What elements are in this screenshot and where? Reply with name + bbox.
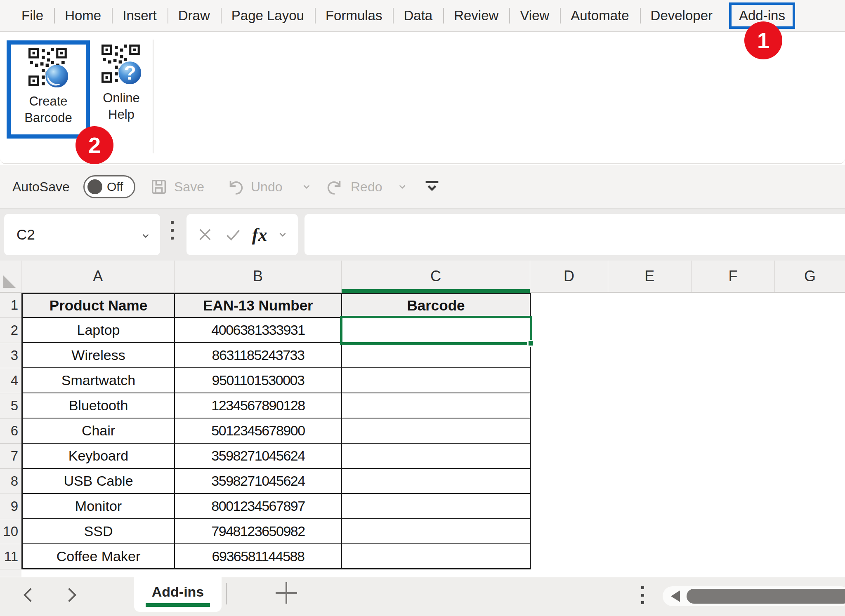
product-cell[interactable]: Laptop [21, 318, 175, 343]
tab-developer[interactable]: Developer [640, 0, 723, 32]
scroll-left-arrow-icon[interactable] [671, 590, 680, 602]
sheet-options-dots-icon[interactable] [641, 586, 644, 604]
selected-column-underline [342, 289, 530, 293]
row-header-9[interactable]: 9 [0, 494, 21, 519]
tab-draw[interactable]: Draw [168, 0, 221, 32]
name-box[interactable]: C2 [4, 214, 160, 255]
column-header-c[interactable]: C [342, 261, 530, 292]
undo-button[interactable] [226, 165, 245, 209]
row-header-11[interactable]: 11 [0, 544, 21, 569]
header-cell-barcode[interactable]: Barcode [342, 293, 531, 318]
redo-button[interactable] [325, 165, 344, 209]
select-all-corner[interactable] [0, 261, 21, 292]
barcode-cell[interactable] [342, 444, 531, 469]
ribbon-group-separator [153, 40, 153, 153]
row-header-1[interactable]: 1 [0, 293, 21, 318]
column-header-row: A B C D E F G [0, 261, 845, 293]
row-header-6[interactable]: 6 [0, 419, 21, 444]
row-header-4[interactable]: 4 [0, 368, 21, 393]
sheet-nav-left-icon[interactable] [24, 588, 38, 602]
ean-cell[interactable]: 4006381333931 [175, 318, 342, 343]
online-help-button[interactable]: ? Online Help [94, 45, 149, 135]
tab-data[interactable]: Data [393, 0, 443, 32]
ean-cell[interactable]: 3598271045624 [175, 444, 342, 469]
save-label: Save [174, 165, 204, 209]
scrollbar-thumb[interactable] [687, 589, 845, 604]
annotation-step-1-badge: 1 [744, 21, 782, 59]
product-cell[interactable]: USB Cable [21, 469, 175, 494]
ean-cell[interactable]: 5012345678900 [175, 419, 342, 444]
barcode-cell[interactable] [342, 419, 531, 444]
barcode-cell[interactable] [342, 494, 531, 519]
tab-file[interactable]: File [11, 0, 54, 32]
formula-bar-drag-dots-icon[interactable] [171, 221, 174, 240]
column-header-f[interactable]: F [692, 261, 775, 292]
annotation-step-2-badge: 2 [76, 126, 113, 164]
product-cell[interactable]: Bluetooth [21, 393, 175, 419]
active-sheet-underline [146, 603, 210, 607]
ean-cell[interactable]: 7948123650982 [175, 519, 342, 544]
tab-view[interactable]: View [509, 0, 560, 32]
column-header-a[interactable]: A [21, 261, 175, 292]
fx-chevron-icon[interactable] [277, 229, 288, 240]
ean-cell[interactable]: 1234567890128 [175, 393, 342, 419]
sheet-nav-right-icon[interactable] [62, 588, 76, 602]
name-box-chevron-icon[interactable] [140, 230, 151, 241]
cancel-icon[interactable] [196, 226, 214, 243]
barcode-cell[interactable] [342, 318, 531, 343]
enter-check-icon[interactable] [224, 226, 242, 244]
ean-cell[interactable]: 9501101530003 [175, 368, 342, 393]
tab-page-layout[interactable]: Page Layou [221, 0, 315, 32]
column-header-b[interactable]: B [175, 261, 341, 292]
create-barcode-button[interactable]: Create Barcode [7, 40, 90, 139]
add-sheet-plus-icon[interactable] [276, 582, 297, 604]
table-row: 8 USB Cable 3598271045624 [0, 469, 845, 494]
barcode-cell[interactable] [342, 469, 531, 494]
barcode-cell[interactable] [342, 544, 531, 569]
row-header-2[interactable]: 2 [0, 318, 21, 343]
tab-review[interactable]: Review [443, 0, 509, 32]
row-header-12[interactable]: 12 [0, 569, 21, 577]
sheet-tab-add-ins[interactable]: Add-ins [134, 577, 222, 612]
undo-dropdown-chevron-icon[interactable] [301, 165, 312, 209]
barcode-cell[interactable] [342, 368, 531, 393]
column-header-e[interactable]: E [608, 261, 692, 292]
header-cell-ean[interactable]: EAN-13 Number [175, 293, 342, 318]
redo-dropdown-chevron-icon[interactable] [397, 165, 408, 209]
ean-cell[interactable]: 8631185243733 [175, 343, 342, 368]
insert-function-fx-icon[interactable]: fx [252, 224, 267, 245]
row-header-10[interactable]: 10 [0, 519, 21, 544]
tab-home[interactable]: Home [54, 0, 112, 32]
save-button[interactable] [149, 165, 168, 209]
row-header-5[interactable]: 5 [0, 393, 21, 419]
create-barcode-label-line1: Create [29, 93, 67, 110]
column-header-g[interactable]: G [775, 261, 845, 292]
undo-label: Undo [251, 165, 283, 209]
row-header-8[interactable]: 8 [0, 469, 21, 494]
barcode-cell[interactable] [342, 393, 531, 419]
product-cell[interactable]: Coffee Maker [21, 544, 175, 569]
tab-insert[interactable]: Insert [112, 0, 168, 32]
column-header-d[interactable]: D [530, 261, 608, 292]
ean-cell[interactable]: 6936581144588 [175, 544, 342, 569]
product-cell[interactable]: Wireless [21, 343, 175, 368]
product-cell[interactable]: Monitor [21, 494, 175, 519]
header-cell-product-name[interactable]: Product Name [21, 293, 175, 318]
row-header-3[interactable]: 3 [0, 343, 21, 368]
table-row: 11 Coffee Maker 6936581144588 [0, 544, 845, 569]
barcode-cell[interactable] [342, 519, 531, 544]
product-cell[interactable]: Smartwatch [21, 368, 175, 393]
product-cell[interactable]: Keyboard [21, 444, 175, 469]
tab-formulas[interactable]: Formulas [315, 0, 393, 32]
autosave-toggle[interactable]: Off [83, 175, 135, 198]
product-cell[interactable]: Chair [21, 419, 175, 444]
product-cell[interactable]: SSD [21, 519, 175, 544]
barcode-cell[interactable] [342, 343, 531, 368]
ean-cell[interactable]: 3598271045624 [175, 469, 342, 494]
ribbon-collapse-icon[interactable] [422, 165, 441, 209]
tab-automate[interactable]: Automate [560, 0, 640, 32]
formula-input[interactable] [304, 214, 845, 255]
horizontal-scrollbar[interactable] [663, 586, 845, 606]
row-header-7[interactable]: 7 [0, 444, 21, 469]
ean-cell[interactable]: 8001234567897 [175, 494, 342, 519]
